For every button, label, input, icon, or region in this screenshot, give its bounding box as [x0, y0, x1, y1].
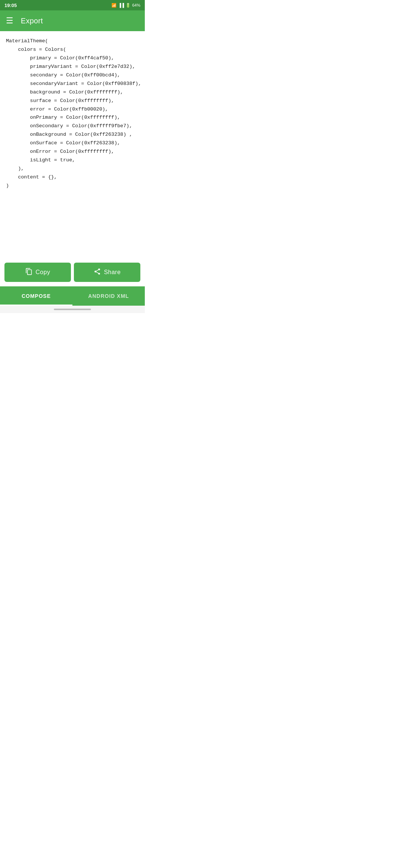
tab-compose-label: COMPOSE	[22, 293, 51, 299]
code-area: MaterialTheme( colors = Colors( primary …	[0, 31, 145, 258]
share-label: Share	[104, 269, 121, 276]
tab-android-xml-label: ANDROID XML	[88, 293, 129, 299]
tab-bar: COMPOSE ANDROID XML	[0, 286, 145, 306]
action-buttons: Copy Share	[0, 258, 145, 286]
status-icons: 📶 ▐▐ 🔋 64%	[111, 3, 140, 8]
home-indicator	[0, 306, 145, 313]
home-indicator-bar	[54, 309, 91, 310]
app-bar: ☰ Export	[0, 10, 145, 31]
menu-icon[interactable]: ☰	[6, 16, 13, 26]
battery-percent: 64%	[132, 3, 140, 7]
battery-icon: 🔋	[125, 3, 131, 8]
app-title: Export	[21, 17, 43, 25]
code-block: MaterialTheme( colors = Colors( primary …	[6, 37, 139, 190]
copy-label: Copy	[36, 269, 50, 276]
share-icon	[94, 268, 101, 277]
tab-android-xml[interactable]: ANDROID XML	[72, 286, 145, 306]
wifi-icon: 📶	[111, 3, 117, 8]
copy-icon	[25, 268, 33, 277]
copy-button[interactable]: Copy	[4, 263, 71, 282]
share-button[interactable]: Share	[74, 263, 140, 282]
status-time: 19:05	[4, 3, 17, 8]
status-bar: 19:05 📶 ▐▐ 🔋 64%	[0, 0, 145, 10]
tab-compose[interactable]: COMPOSE	[0, 286, 72, 306]
signal-icon: ▐▐	[118, 3, 124, 7]
